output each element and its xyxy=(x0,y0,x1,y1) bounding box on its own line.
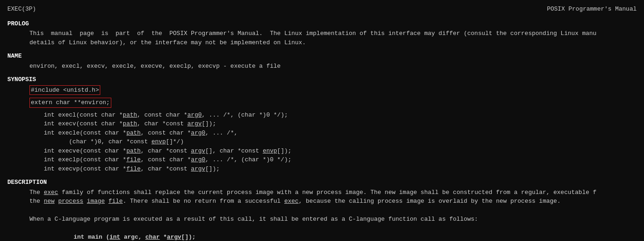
arg0-underline-2: arg0 xyxy=(191,129,205,136)
synopsis-line-4: int execve(const char *path, char *const… xyxy=(29,147,637,156)
include-text: #include <unistd.h> xyxy=(31,87,99,94)
envp-underline-1: envp xyxy=(151,138,166,145)
main-line: int main (int argc, char *argv[]); xyxy=(74,233,637,241)
file-underline-3: file xyxy=(109,198,123,205)
desc-line-3: When a C-language program is executed as… xyxy=(29,215,637,224)
arg0-underline-3: arg0 xyxy=(191,156,205,163)
file-underline-1: file xyxy=(126,156,141,163)
name-label: NAME xyxy=(7,52,637,61)
int-argc: int xyxy=(109,234,120,241)
envp-underline-2: envp xyxy=(263,147,277,154)
argv-underline-1: argv xyxy=(187,120,201,127)
include-box-wrapper: #include <unistd.h> xyxy=(29,85,637,96)
int-keyword: int xyxy=(74,234,84,241)
prolog-text2: details of Linux behavior), or the inter… xyxy=(29,38,637,47)
synopsis-line-2: int execle(const char *path, const char … xyxy=(29,129,637,138)
desc-line-1: The exec family of functions shall repla… xyxy=(29,188,637,197)
header-center: POSIX Programmer's Manual xyxy=(547,5,637,14)
include-box: #include <unistd.h> xyxy=(29,85,100,95)
page-header: EXEC(3P) POSIX Programmer's Manual xyxy=(7,5,637,14)
extern-text: extern char **environ; xyxy=(31,99,110,106)
prolog-content: This manual page is part of the POSIX Pr… xyxy=(29,29,637,47)
description-content: The exec family of functions shall repla… xyxy=(29,188,637,241)
name-section: NAME environ, execl, execv, execle, exec… xyxy=(7,52,637,71)
synopsis-section: SYNOPSIS #include <unistd.h> extern char… xyxy=(7,75,637,173)
path-underline-1: path xyxy=(123,112,137,118)
description-section: DESCRIPTION The exec family of functions… xyxy=(7,178,637,241)
argv-underline-2: argv xyxy=(191,147,205,154)
file-underline-2: file xyxy=(126,165,141,172)
synopsis-content: #include <unistd.h> extern char **enviro… xyxy=(29,85,637,174)
name-content: environ, execl, execv, execle, execve, e… xyxy=(29,62,637,71)
exec-underline-1: exec xyxy=(44,189,58,196)
argv-main: argv xyxy=(167,234,181,241)
prolog-section: PROLOG This manual page is part of the P… xyxy=(7,19,637,47)
synopsis-line-5: int execlp(const char *file, const char … xyxy=(29,155,637,165)
path-underline-3: path xyxy=(126,129,141,136)
synopsis-label: SYNOPSIS xyxy=(7,75,637,84)
name-text: environ, execl, execv, execle, execve, e… xyxy=(29,62,637,71)
process-underline: process xyxy=(58,198,83,205)
header-left: EXEC(3P) xyxy=(7,5,36,14)
extern-box: extern char **environ; xyxy=(29,98,111,108)
prolog-text1: This manual page is part of the POSIX Pr… xyxy=(29,29,637,38)
arg0-underline-1: arg0 xyxy=(187,112,201,118)
char-argv: char xyxy=(145,234,160,241)
synopsis-line-0: int execl(const char *path, const char *… xyxy=(29,111,637,120)
desc-line-2: the new process image file. There shall … xyxy=(29,197,637,206)
image-underline: image xyxy=(87,198,105,205)
synopsis-line-3: (char *)0, char *const envp[]*/) xyxy=(29,137,637,147)
synopsis-line-1: int execv(const char *path, char *const … xyxy=(29,119,637,129)
prolog-label: PROLOG xyxy=(7,19,637,29)
path-underline-2: path xyxy=(123,120,137,127)
new-underline: new xyxy=(44,198,54,205)
argv-underline-3: argv xyxy=(191,165,205,172)
exec-underline-2: exec xyxy=(284,198,299,205)
synopsis-line-6: int execvp(const char *file, char *const… xyxy=(29,165,637,174)
description-label: DESCRIPTION xyxy=(7,178,637,187)
extern-box-wrapper: extern char **environ; xyxy=(29,98,637,109)
path-underline-4: path xyxy=(126,147,141,154)
